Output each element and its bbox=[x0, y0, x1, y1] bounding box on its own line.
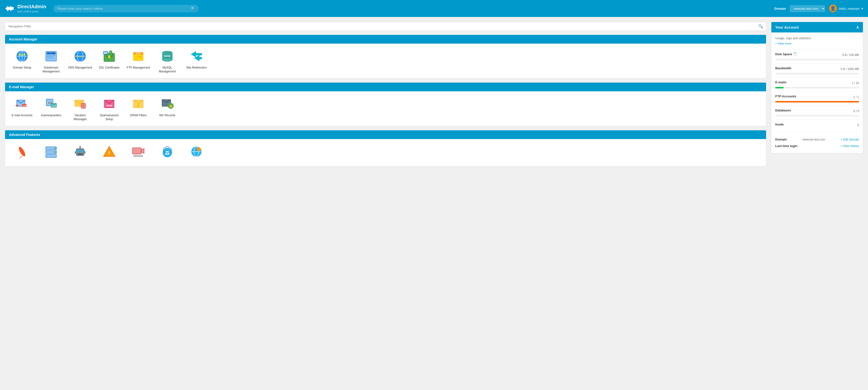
icon-item-autoresponders[interactable]: 🤖 Autoresponders bbox=[39, 96, 63, 121]
svg-text:SSL: SSL bbox=[104, 52, 107, 54]
stat-bar-bg-3 bbox=[775, 101, 859, 102]
search-icon[interactable]: 🔍 bbox=[191, 6, 196, 11]
icon-label-ssl-certs: SSL Certificates bbox=[99, 66, 120, 70]
svg-text:!: ! bbox=[108, 150, 110, 156]
email-icon: 123 bbox=[14, 96, 30, 112]
svg-marker-73 bbox=[141, 149, 144, 153]
greeting-text: Hello, newuser bbox=[839, 7, 860, 10]
svg-rect-72 bbox=[132, 148, 141, 154]
icon-item-site-redirect[interactable]: Site Redirection bbox=[184, 49, 209, 73]
icon-label-spamassassin: Spamassassin Setup bbox=[97, 114, 121, 121]
feather-icon bbox=[14, 144, 30, 159]
svg-marker-1 bbox=[8, 6, 13, 11]
sections-container: Account Manager WWW Domain Setup :// _ S… bbox=[5, 35, 766, 167]
robot-icon bbox=[72, 144, 88, 159]
icon-item-email-accounts[interactable]: 123 E-mail Accounts bbox=[10, 96, 34, 121]
video-icon bbox=[130, 144, 146, 159]
svg-text:FTP: FTP bbox=[136, 52, 141, 55]
icon-label-mx-records: MX Records bbox=[159, 114, 175, 118]
domain-info-value: newuser.test.com bbox=[802, 138, 825, 141]
subdomain-icon: :// _ bbox=[43, 49, 59, 64]
icon-label-spam-filters: SPAM Filters bbox=[130, 114, 147, 118]
svg-text:🤖: 🤖 bbox=[48, 100, 52, 104]
icon-item-ftp-mgmt[interactable]: FTP FTP Management bbox=[126, 49, 150, 73]
collapse-icon[interactable]: ∧ bbox=[856, 25, 859, 30]
icon-item-domain-setup[interactable]: WWW Domain Setup bbox=[10, 49, 34, 73]
icon-item-feat5[interactable] bbox=[126, 144, 150, 161]
logo-title: DirectAdmin bbox=[18, 4, 46, 9]
warning-icon: ! bbox=[101, 144, 117, 159]
domain-info-box: Domain newuser.test.com + Edit Domain La… bbox=[775, 132, 859, 149]
svg-point-55 bbox=[18, 146, 26, 157]
search-input[interactable] bbox=[53, 5, 198, 12]
icon-item-mysql-mgmt[interactable]: MySQL MySQL Management bbox=[155, 49, 180, 73]
domain-selector[interactable]: newuser.test.com bbox=[790, 5, 825, 12]
svg-rect-67 bbox=[78, 154, 83, 154]
icon-item-feat1[interactable] bbox=[10, 144, 34, 161]
icon-item-vacation-msg[interactable]: Vacation Messages bbox=[68, 96, 92, 121]
icon-item-mx-records[interactable]: 📶 MX Records bbox=[155, 96, 180, 121]
stat-value-5: 0 bbox=[857, 124, 859, 127]
domain-info-row: Domain newuser.test.com + Edit Domain bbox=[775, 136, 859, 143]
stat-bar-bg-2 bbox=[775, 87, 859, 88]
spam-filter-icon: 😠 bbox=[130, 96, 146, 112]
stat-row-5: Inode0 bbox=[775, 119, 859, 130]
stat-bar-bg-1 bbox=[775, 73, 859, 74]
view-history-link[interactable]: + View History bbox=[840, 144, 859, 148]
icon-label-subdomain-mgmt: Subdomain Management bbox=[39, 66, 63, 73]
section-content-account-manager: WWW Domain Setup :// _ Subdomain Managem… bbox=[5, 43, 766, 78]
your-account-title: Your Account bbox=[775, 25, 799, 29]
svg-text:✓: ✓ bbox=[110, 51, 112, 54]
dropdown-arrow: ▾ bbox=[862, 7, 863, 10]
icon-item-feat2[interactable] bbox=[39, 144, 63, 161]
icon-item-feat4[interactable]: ! bbox=[97, 144, 121, 161]
view-more-link[interactable]: + View more bbox=[775, 42, 859, 45]
domain-label: Domain bbox=[774, 7, 786, 10]
icon-item-spam-filters[interactable]: 😠 SPAM Filters bbox=[126, 96, 150, 121]
stat-bar-bg-4 bbox=[775, 115, 859, 117]
svg-rect-64 bbox=[84, 151, 86, 154]
icon-item-subdomain-mgmt[interactable]: :// _ Subdomain Management bbox=[39, 49, 63, 73]
icon-item-spamassassin[interactable]: SPAM Spamassassin Setup bbox=[97, 96, 121, 121]
icon-item-dns-mgmt[interactable]: DNS DNS Management bbox=[68, 49, 92, 73]
section-content-email-manager: 123 E-mail Accounts 🤖 Autoresponders Vac… bbox=[5, 91, 766, 126]
stat-bar-2 bbox=[775, 87, 784, 88]
stats-container: Disk Space0 B / 100 MBBandwidth0 B / 100… bbox=[775, 49, 859, 130]
stat-bar-3 bbox=[775, 101, 859, 102]
section-email-manager: E-mail Manager 123 E-mail Accounts 🤖 Aut… bbox=[5, 82, 766, 126]
your-account-box: Your Account ∧ Usage, logs and statistic… bbox=[771, 22, 863, 153]
ssl-icon: SSL ✓ bbox=[101, 49, 117, 64]
icon-label-mysql-mgmt: MySQL Management bbox=[155, 66, 180, 73]
svg-rect-40 bbox=[16, 105, 18, 106]
icon-label-domain-setup: Domain Setup bbox=[13, 66, 31, 70]
left-panel: 🔍 Account Manager WWW Domain Setup :// _… bbox=[5, 22, 766, 170]
stat-label-0: Disk Space bbox=[775, 52, 797, 56]
svg-marker-35 bbox=[191, 51, 202, 57]
stat-label-4: Databases bbox=[775, 109, 791, 112]
icon-item-feat3[interactable] bbox=[68, 144, 92, 161]
stat-value-0: 0 B / 100 MB bbox=[842, 53, 859, 57]
dns-icon: DNS bbox=[72, 49, 88, 64]
logo-area: DirectAdmin web control panel bbox=[5, 3, 49, 14]
edit-domain-link[interactable]: + Edit Domain bbox=[841, 138, 859, 141]
stat-label-1: Bandwidth bbox=[775, 66, 791, 70]
svg-rect-20 bbox=[109, 57, 110, 58]
stat-label-2: E-mails bbox=[775, 81, 786, 84]
section-account-manager: Account Manager WWW Domain Setup :// _ S… bbox=[5, 35, 766, 79]
svg-text::// _: :// _ bbox=[50, 53, 53, 55]
stat-row-3: FTP Accounts1 / 1 bbox=[775, 91, 859, 106]
icon-item-feat6[interactable] bbox=[155, 144, 180, 161]
icon-item-ssl-certs[interactable]: SSL ✓ SSL Certificates bbox=[97, 49, 121, 73]
mysql-icon: MySQL bbox=[160, 49, 175, 64]
section-header-email-manager: E-mail Manager bbox=[5, 83, 766, 91]
loading-spinner bbox=[794, 53, 797, 56]
logo-subtitle: web control panel bbox=[18, 10, 38, 13]
globe-icon: WWW bbox=[14, 49, 30, 64]
icon-item-feat7[interactable] bbox=[184, 144, 209, 161]
nav-filter-input[interactable] bbox=[5, 22, 766, 31]
user-greeting[interactable]: 👤 Hello, newuser ▾ bbox=[829, 5, 863, 12]
search-container: 🔍 bbox=[53, 5, 198, 12]
stat-value-3: 1 / 1 bbox=[854, 95, 859, 99]
section-header-advanced-features: Advanced Features bbox=[5, 130, 766, 139]
svg-rect-59 bbox=[46, 154, 56, 157]
